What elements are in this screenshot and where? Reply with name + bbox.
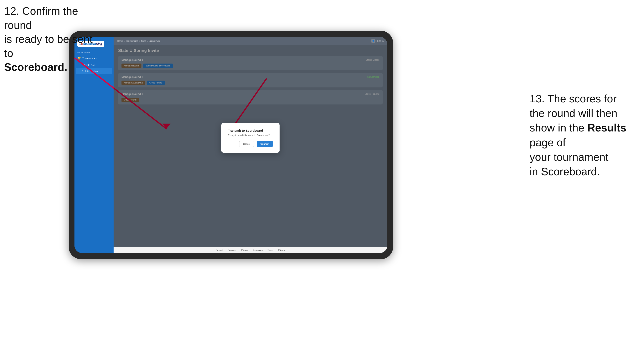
user-area: 👤 Sign In [371, 39, 384, 43]
main-content: Home › Tournaments › State U Spring Invi… [114, 37, 387, 253]
app-layout: LeaderboardKing MAIN MENU 🏆 Tournaments … [74, 37, 387, 253]
breadcrumb-sep1: › [124, 40, 125, 42]
footer-privacy[interactable]: Privacy [278, 249, 285, 251]
footer-pricing[interactable]: Pricing [241, 249, 248, 251]
breadcrumb-current: State U Spring Invite [141, 40, 160, 42]
top-nav: Home › Tournaments › State U Spring Invi… [114, 37, 387, 45]
annotation-step12: 12. Confirm the round is ready to be sen… [4, 4, 104, 74]
avatar: 👤 [371, 39, 376, 43]
breadcrumb-home[interactable]: Home [117, 40, 123, 42]
footer-resources[interactable]: Resources [252, 249, 262, 251]
annotation-step13: 13. The scores for the round will then s… [530, 91, 638, 179]
modal-confirm-button[interactable]: Confirm [257, 141, 273, 147]
modal-cancel-button[interactable]: Cancel [239, 141, 254, 147]
page-content: State U Spring Invite Manage Round 1 Sta… [114, 45, 387, 247]
footer-features[interactable]: Features [228, 249, 236, 251]
breadcrumb-sep2: › [139, 40, 140, 42]
tablet-screen: LeaderboardKing MAIN MENU 🏆 Tournaments … [74, 37, 387, 253]
modal-title: Transmit to Scoreboard [228, 129, 273, 132]
transmit-modal: Transmit to Scoreboard Ready to send thi… [221, 123, 280, 153]
footer-product[interactable]: Product [216, 249, 223, 251]
modal-subtitle: Ready to send this round to Scoreboard? [228, 134, 273, 137]
breadcrumb: Home › Tournaments › State U Spring Invi… [117, 40, 160, 42]
modal-overlay: Transmit to Scoreboard Ready to send thi… [114, 45, 387, 247]
footer: Product Features Pricing Resources Terms… [114, 247, 387, 253]
tablet-device: LeaderboardKing MAIN MENU 🏆 Tournaments … [69, 31, 393, 259]
breadcrumb-tournaments[interactable]: Tournaments [126, 40, 138, 42]
modal-actions: Cancel Confirm [228, 141, 273, 147]
sign-in-label[interactable]: Sign In [377, 40, 384, 42]
footer-terms[interactable]: Terms [268, 249, 273, 251]
